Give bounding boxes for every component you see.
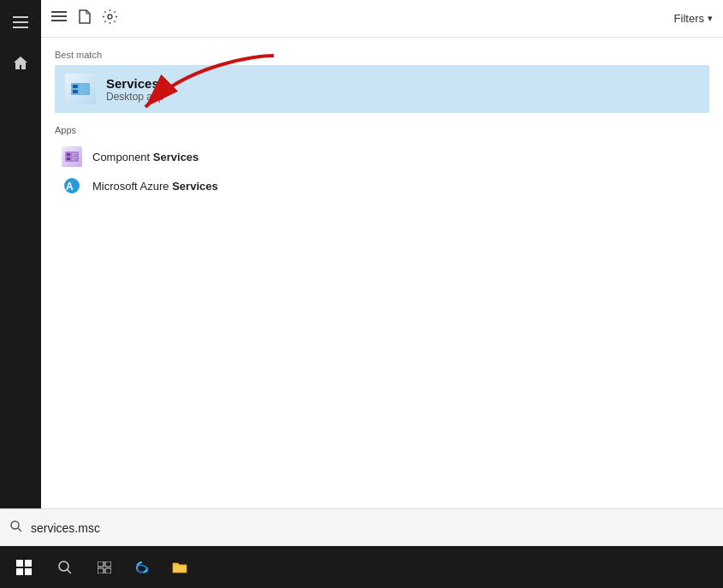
svg-rect-17 (67, 157, 70, 160)
svg-line-26 (18, 528, 21, 532)
azure-services-icon: A (62, 175, 82, 196)
task-view-button[interactable] (86, 546, 123, 588)
list-item[interactable]: A Microsoft Azure Services (55, 171, 709, 200)
svg-rect-32 (105, 568, 111, 573)
best-match-title: Services (106, 76, 163, 91)
best-match-item[interactable]: Services Desktop app (55, 65, 709, 113)
start-button[interactable] (3, 546, 44, 588)
edge-browser-button[interactable] (123, 546, 161, 588)
toolbar: Filters ▾ (41, 0, 723, 38)
svg-rect-30 (105, 561, 111, 567)
svg-rect-2 (13, 27, 28, 28)
services-app-icon (65, 74, 96, 104)
component-services-label: Component Services (92, 151, 199, 163)
taskbar-search-button[interactable] (44, 546, 86, 588)
best-match-subtitle: Desktop app (106, 91, 163, 103)
toolbar-list-icon[interactable] (51, 10, 67, 27)
svg-rect-1 (13, 21, 28, 23)
svg-rect-11 (80, 85, 88, 86)
filters-label: Filters (674, 12, 704, 25)
svg-rect-10 (73, 90, 78, 93)
svg-rect-13 (80, 90, 88, 92)
azure-services-label: Microsoft Azure Services (92, 180, 218, 193)
svg-rect-21 (72, 159, 75, 160)
search-icon (10, 520, 22, 535)
sidebar-hamburger-icon[interactable] (0, 3, 41, 41)
sidebar-home-icon[interactable] (0, 45, 41, 82)
svg-rect-16 (67, 153, 70, 156)
svg-rect-0 (13, 16, 28, 18)
svg-point-25 (11, 521, 19, 529)
svg-rect-29 (98, 561, 104, 567)
file-explorer-button[interactable] (161, 546, 199, 588)
svg-text:A: A (66, 181, 74, 193)
svg-rect-18 (72, 153, 77, 154)
best-match-label: Best match (55, 50, 709, 60)
svg-point-27 (59, 561, 68, 571)
svg-rect-19 (72, 155, 75, 156)
toolbar-file-icon[interactable] (79, 9, 91, 27)
list-item[interactable]: Component Services (55, 142, 709, 171)
filters-button[interactable]: Filters ▾ (674, 12, 713, 25)
svg-rect-12 (80, 87, 86, 89)
main-content: Best match Services Desktop app Apps (41, 38, 723, 546)
best-match-text: Services Desktop app (106, 76, 163, 103)
sidebar (0, 0, 41, 555)
svg-rect-14 (80, 92, 86, 94)
svg-point-7 (108, 15, 112, 19)
search-bar (0, 508, 723, 546)
svg-rect-15 (65, 151, 79, 162)
svg-rect-31 (98, 568, 104, 573)
toolbar-icons (51, 9, 674, 27)
svg-line-28 (68, 569, 72, 573)
svg-rect-5 (51, 15, 67, 17)
windows-logo-icon (16, 560, 32, 575)
component-services-icon (62, 146, 82, 167)
search-input[interactable] (31, 521, 713, 535)
apps-section-label: Apps (55, 125, 709, 135)
svg-rect-9 (73, 85, 78, 88)
filters-chevron-icon: ▾ (708, 13, 713, 24)
toolbar-settings-icon[interactable] (103, 9, 117, 27)
svg-rect-4 (51, 11, 67, 13)
taskbar (0, 546, 723, 588)
svg-rect-20 (72, 157, 77, 158)
svg-rect-6 (51, 20, 67, 21)
